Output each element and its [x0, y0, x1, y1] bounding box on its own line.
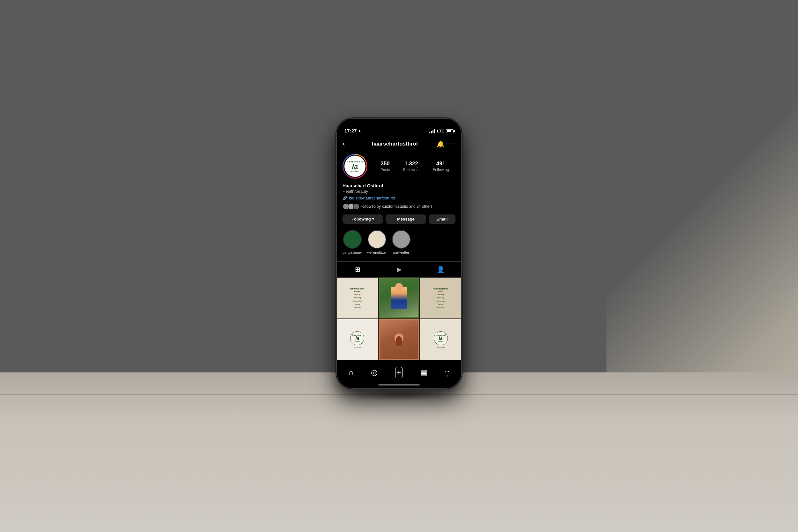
signal-bar-1	[429, 132, 430, 133]
avatar-image: haarscharf la osttirol	[344, 155, 365, 177]
signal-icon	[429, 129, 435, 133]
shop-icon: ▤	[420, 368, 428, 377]
logo-post: haarscharf la osttirol partyretter	[350, 331, 364, 348]
signal-bar-4	[434, 129, 435, 133]
followers-label: Followers	[403, 168, 419, 172]
back-button[interactable]: ‹	[342, 140, 353, 148]
post-1[interactable]: öffnungszeitssillianmontagdienstagdonner…	[337, 278, 378, 319]
message-button[interactable]: Message	[385, 214, 426, 224]
notification-bell-icon[interactable]: 🔔	[437, 140, 445, 148]
action-buttons: Following ▾ Message Email	[342, 214, 456, 224]
post-6[interactable]: haarscharf la osttirol wellenglätter	[420, 319, 461, 360]
posts-grid: öffnungszeitssillianmontagdienstagdonner…	[337, 278, 461, 360]
notification-dot	[446, 375, 448, 377]
tab-tagged[interactable]: 👤	[420, 262, 461, 277]
profile-link[interactable]: 🔗 bio.site/haarscharfosttirol	[342, 196, 456, 201]
bottom-nav-search[interactable]: ◎	[368, 365, 380, 379]
logo-small: haarscharf la osttirol	[350, 331, 364, 345]
followers-preview: Followed by kurzform.studio and 24 other…	[342, 203, 456, 210]
location-icon: ▲	[358, 129, 361, 132]
post-2-content	[379, 278, 420, 319]
lte-indicator: LTE	[437, 129, 444, 133]
navigation-bar: ‹ haarscharfosttirol 🔔 ···	[337, 136, 461, 151]
posts-label: Posts	[380, 168, 390, 172]
bottom-nav-menu[interactable]: ···	[442, 366, 452, 379]
post-2[interactable]	[379, 278, 420, 319]
highlight-wellenglatter[interactable]: wellenglätter	[367, 230, 387, 254]
portrait-figure	[391, 287, 407, 309]
grid-icon: ⊞	[355, 266, 360, 273]
dynamic-island	[380, 123, 418, 134]
link-icon: 🔗	[342, 196, 347, 200]
avatar-container[interactable]: haarscharf la osttirol	[342, 154, 367, 179]
logo-border	[344, 155, 366, 177]
highlight-circle-1	[343, 230, 362, 249]
followed-by-text: Followed by kurzform.studio and 24 other…	[360, 204, 433, 209]
post-5[interactable]	[379, 319, 420, 360]
phone-shell: 17:27 ▲ LTE ‹ haarscharfo	[337, 119, 461, 388]
more-options-icon[interactable]: ···	[450, 140, 456, 147]
content-tabs: ⊞ ▶ 👤	[337, 261, 461, 278]
phone-screen: ‹ haarscharfosttirol 🔔 ··· haarscharf	[337, 136, 461, 388]
highlight-circle-3	[392, 230, 411, 249]
battery-icon	[446, 129, 454, 133]
stats-row: 350 Posts 1.322 Followers 491 Following	[374, 160, 456, 172]
tab-reels[interactable]: ▶	[378, 262, 420, 277]
follower-avatars	[342, 203, 358, 210]
logo-post-2: haarscharf la osttirol wellenglätter	[434, 331, 448, 348]
phone-device: 17:27 ▲ LTE ‹ haarscharfo	[337, 119, 461, 388]
hair-portrait-bg	[380, 320, 418, 359]
following-button[interactable]: Following ▾	[342, 214, 383, 224]
highlight-label-1: bartdesigner	[342, 250, 362, 254]
followers-count: 1.322	[404, 160, 418, 167]
signal-bar-2	[431, 131, 432, 133]
highlight-circle-2	[368, 230, 386, 249]
signal-bar-3	[433, 130, 434, 133]
email-button[interactable]: Email	[429, 214, 456, 224]
post-5-content	[379, 319, 420, 360]
link-url: bio.site/haarscharfosttirol	[349, 196, 395, 201]
hair-figure-body	[390, 334, 408, 359]
bottom-nav-home[interactable]: ⌂	[346, 365, 356, 379]
status-icons: LTE	[429, 129, 454, 133]
following-count: 491	[436, 160, 445, 167]
home-indicator	[378, 384, 420, 385]
tab-grid[interactable]: ⊞	[337, 262, 378, 277]
highlight-label-3: partyretter	[393, 250, 409, 254]
bottom-nav-add[interactable]: +	[393, 364, 405, 381]
nav-action-icons: 🔔 ···	[437, 140, 456, 148]
posts-stat[interactable]: 350 Posts	[380, 160, 390, 172]
portrait-head	[395, 283, 403, 291]
highlight-bartdesigner[interactable]: bartdesigner	[342, 230, 362, 254]
post-3[interactable]: öffnungszeitslienzmontagdienstagdonnerst…	[420, 278, 461, 319]
posts-count: 350	[380, 160, 390, 167]
profile-username: haarscharfosttirol	[372, 141, 418, 147]
highlight-partyretter[interactable]: partyretter	[392, 230, 411, 254]
following-stat[interactable]: 491 Following	[433, 160, 449, 172]
following-label: Following	[433, 168, 449, 172]
profile-category: Health/beauty	[342, 189, 456, 194]
portrait-bg	[380, 279, 418, 318]
highlights-row: bartdesigner wellenglätter partyretter	[342, 229, 456, 258]
follower-avatar-3	[353, 203, 360, 210]
highlight-label-2: wellenglätter	[367, 250, 387, 254]
avatar-inner: haarscharf la osttirol	[343, 155, 366, 178]
bottom-nav-shop[interactable]: ▤	[418, 365, 430, 379]
profile-header: haarscharf la osttirol 350 Posts	[337, 151, 461, 261]
hair-updo	[396, 336, 402, 346]
post-1-content: öffnungszeitssillianmontagdienstagdonner…	[337, 278, 378, 319]
menu-icon: ···	[445, 368, 449, 374]
post-4[interactable]: haarscharf la osttirol partyretter	[337, 319, 378, 360]
logo-small-2: haarscharf la osttirol	[434, 331, 448, 345]
search-icon: ◎	[371, 368, 378, 377]
followers-stat[interactable]: 1.322 Followers	[403, 160, 419, 172]
tagged-icon: 👤	[437, 266, 445, 273]
display-name: Haarscharf Osttirol	[342, 183, 456, 188]
home-icon: ⌂	[348, 368, 353, 377]
video-icon: ▶	[397, 266, 402, 273]
post-6-content: haarscharf la osttirol wellenglätter	[420, 319, 461, 360]
add-icon: +	[395, 367, 402, 378]
phone-shadow	[351, 388, 447, 401]
post-4-content: haarscharf la osttirol partyretter	[337, 319, 378, 360]
battery-fill	[447, 130, 451, 132]
